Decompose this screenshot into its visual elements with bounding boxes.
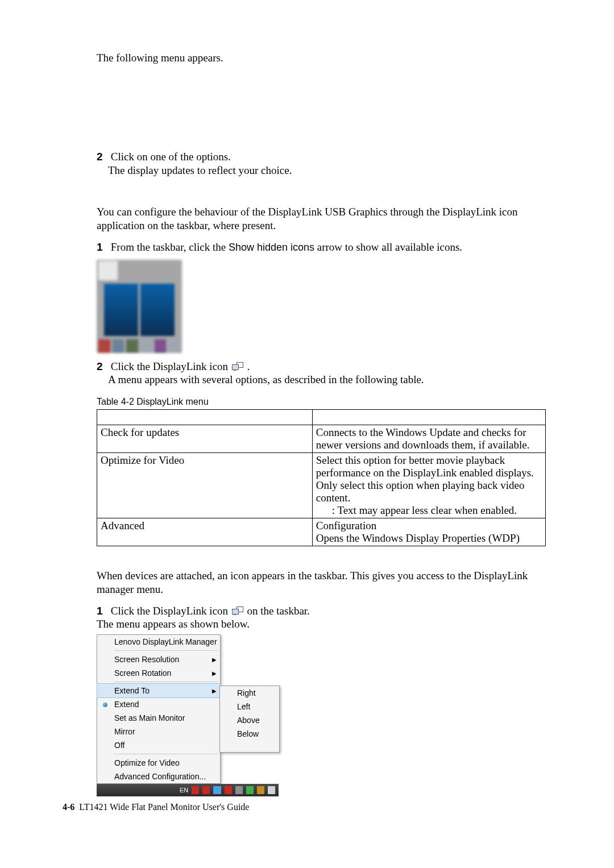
tray-icon: [126, 339, 138, 353]
menu-screen-resolution[interactable]: Screen Resolution▶: [97, 653, 220, 666]
tray-icon: [155, 339, 167, 353]
step-1d-sub: The menu appears as shown below.: [97, 617, 546, 631]
cell-advanced-desc: Configuration Opens the Windows Display …: [312, 518, 545, 546]
behaviour-paragraph: You can configure the behaviour of the D…: [97, 205, 546, 232]
system-tray-blurred-screenshot: [97, 260, 182, 353]
menu-title[interactable]: Lenovo DisplayLink Manager: [97, 635, 220, 649]
tray-icon: [168, 339, 180, 353]
submenu-arrow-icon: ▶: [212, 670, 220, 676]
tray-monitor-thumbnail: [140, 284, 175, 336]
menu-screen-rotation[interactable]: Screen Rotation▶: [97, 666, 220, 680]
step-text: Click on one of the options.: [111, 151, 231, 163]
menu-mirror[interactable]: Mirror: [97, 725, 220, 738]
show-hidden-icons-label: Show hidden icons: [229, 242, 314, 253]
displaylink-icon: [232, 607, 243, 616]
taskbar-icon[interactable]: [235, 786, 243, 794]
taskbar-displaylink-icon[interactable]: [213, 786, 221, 794]
submenu-arrow-icon: ▶: [212, 688, 220, 694]
taskbar-icon[interactable]: [257, 786, 264, 794]
selected-dot-icon: [103, 700, 107, 709]
step-text-a: Click the DisplayLink icon: [111, 360, 231, 372]
taskbar: EN: [97, 784, 279, 796]
guide-title: LT1421 Wide Flat Panel Monitor User's Gu…: [79, 802, 249, 812]
step-1d: 1 Click the DisplayLink icon on the task…: [97, 604, 546, 618]
submenu-arrow-icon: ▶: [212, 657, 220, 663]
submenu-above[interactable]: Above: [220, 713, 279, 727]
tray-icon: [140, 339, 152, 353]
step-2c: 2 Click the DisplayLink icon .: [97, 360, 546, 373]
cell-advanced-name: Advanced: [97, 518, 313, 546]
step-text-a: Click the DisplayLink icon: [111, 605, 231, 617]
cell-opt-video-name: Optimize for Video: [97, 453, 313, 518]
tray-monitor-thumbnail: [104, 284, 138, 336]
menu-advanced-config[interactable]: Advanced Configuration...: [97, 770, 220, 783]
step-number: 2: [97, 360, 108, 373]
submenu-left[interactable]: Left: [220, 700, 279, 713]
step-number: 2: [97, 150, 108, 164]
page-footer: 4-6 LT1421 Wide Flat Panel Monitor User'…: [63, 802, 546, 812]
cell-check-updates-desc: Connects to the Windows Update and check…: [312, 425, 545, 453]
menu-off[interactable]: Off: [97, 738, 220, 752]
table-caption: Table 4-2 DisplayLink menu: [97, 397, 546, 407]
step-text-a: From the taskbar, click the: [111, 241, 229, 253]
step-number: 1: [97, 240, 108, 254]
cell-opt-video-desc: Select this option for better movie play…: [312, 453, 545, 518]
menu-extend-to[interactable]: Extend To▶: [97, 684, 220, 697]
page-number: 4-6: [63, 802, 74, 812]
cell-check-updates-name: Check for updates: [97, 425, 313, 453]
step-2c-sub: A menu appears with several options, as …: [108, 373, 546, 387]
menu-extend[interactable]: Extend: [97, 697, 220, 711]
extend-to-submenu: Right Left Above Below: [219, 686, 280, 753]
context-menu-screenshot: Lenovo DisplayLink Manager Screen Resolu…: [97, 634, 279, 796]
submenu-below[interactable]: Below: [220, 727, 279, 741]
step-text-b: arrow to show all available icons.: [314, 241, 462, 253]
menu-set-main[interactable]: Set as Main Monitor: [97, 711, 220, 725]
taskbar-icon[interactable]: [202, 786, 210, 794]
step-1b: 1 From the taskbar, click the Show hidde…: [97, 240, 546, 254]
tray-icon: [98, 339, 110, 353]
intro-line: The following menu appears.: [97, 51, 546, 65]
tray-icon: [113, 339, 125, 353]
taskbar-icon[interactable]: [246, 786, 254, 794]
devices-attached-paragraph: When devices are attached, an icon appea…: [97, 569, 546, 596]
menu-optimize-video[interactable]: Optimize for Video: [97, 756, 220, 770]
step-text-b: .: [247, 360, 250, 372]
step-2a: 2 Click on one of the options.: [97, 150, 546, 164]
displaylink-menu-table: Check for updates Connects to the Window…: [97, 409, 546, 546]
submenu-right[interactable]: Right: [220, 686, 279, 700]
taskbar-icon[interactable]: [192, 786, 199, 794]
step-2a-sub: The display updates to reflect your choi…: [108, 164, 546, 177]
language-indicator[interactable]: EN: [180, 787, 188, 794]
tray-show-hidden-arrow-icon: [98, 261, 118, 280]
taskbar-icon[interactable]: [225, 786, 232, 794]
context-menu: Lenovo DisplayLink Manager Screen Resolu…: [97, 634, 221, 784]
taskbar-icon[interactable]: [268, 786, 275, 794]
step-text-b: on the taskbar.: [247, 605, 310, 617]
displaylink-icon: [232, 362, 243, 371]
step-number: 1: [97, 604, 108, 618]
